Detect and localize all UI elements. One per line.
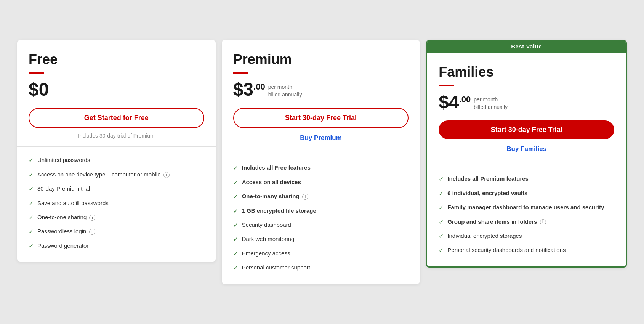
plan-divider-free bbox=[29, 72, 44, 74]
feature-text-premium-5: Dark web monitoring bbox=[242, 235, 409, 243]
feature-text-premium-3: 1 GB encrypted file storage bbox=[242, 207, 409, 215]
plan-name-families: Families bbox=[439, 64, 614, 80]
check-icon-premium-6: ✓ bbox=[233, 250, 238, 258]
feature-item-premium-1: ✓Access on all devices bbox=[233, 178, 409, 187]
info-icon-free-4[interactable]: i bbox=[89, 215, 95, 221]
feature-item-premium-0: ✓Includes all Free features bbox=[233, 164, 409, 172]
feature-item-free-6: ✓Password generator bbox=[29, 242, 204, 250]
cta-secondary-families[interactable]: Buy Families bbox=[439, 144, 614, 154]
check-icon-families-1: ✓ bbox=[439, 189, 444, 198]
feature-item-premium-5: ✓Dark web monitoring bbox=[233, 235, 409, 244]
feature-item-free-1: ✓Access on one device type – computer or… bbox=[29, 170, 204, 179]
check-icon-free-6: ✓ bbox=[29, 242, 34, 250]
info-icon-free-1[interactable]: i bbox=[163, 172, 170, 178]
info-icon-families-3[interactable]: i bbox=[540, 219, 546, 225]
trial-note-free: Includes 30-day trial of Premium bbox=[29, 133, 204, 139]
check-icon-premium-0: ✓ bbox=[233, 164, 238, 172]
feature-item-families-1: ✓6 individual, encrypted vaults bbox=[439, 189, 614, 198]
feature-text-premium-4: Security dashboard bbox=[242, 221, 409, 229]
pricing-container: Free$0Get Started for FreeIncludes 30-da… bbox=[17, 40, 627, 284]
feature-item-families-5: ✓Personal security dashboards and notifi… bbox=[439, 246, 614, 255]
plan-price-row-premium: $3.00per monthbilled annually bbox=[233, 80, 409, 99]
check-icon-premium-2: ✓ bbox=[233, 192, 238, 201]
plan-name-premium: Premium bbox=[233, 51, 409, 67]
price-main-premium: $3.00 bbox=[233, 80, 265, 99]
price-dollar-free: $0 bbox=[29, 80, 49, 99]
feature-text-free-0: Unlimited passwords bbox=[37, 156, 204, 164]
feature-text-premium-7: Personal customer support bbox=[242, 263, 409, 271]
check-icon-free-4: ✓ bbox=[29, 213, 34, 222]
feature-text-premium-1: Access on all devices bbox=[242, 178, 409, 186]
check-icon-premium-7: ✓ bbox=[233, 264, 238, 272]
check-icon-premium-1: ✓ bbox=[233, 178, 238, 187]
feature-text-free-1: Access on one device type – computer or … bbox=[37, 170, 204, 178]
plan-header-premium: Premium$3.00per monthbilled annuallyStar… bbox=[222, 40, 420, 154]
feature-item-families-3: ✓Group and share items in folders i bbox=[439, 218, 614, 226]
feature-item-premium-4: ✓Security dashboard bbox=[233, 221, 409, 229]
feature-item-free-2: ✓30-day Premium trial bbox=[29, 184, 204, 193]
feature-item-premium-6: ✓Emergency access bbox=[233, 249, 409, 258]
price-billed-premium: billed annually bbox=[268, 91, 302, 99]
check-icon-families-2: ✓ bbox=[439, 204, 444, 212]
feature-text-families-3: Group and share items in folders i bbox=[447, 218, 614, 226]
check-icon-premium-4: ✓ bbox=[233, 221, 238, 229]
price-main-free: $0 bbox=[29, 80, 49, 99]
check-icon-families-3: ✓ bbox=[439, 218, 444, 226]
price-cents-families: .00 bbox=[459, 95, 471, 104]
price-per-month-families: per month bbox=[474, 96, 508, 104]
check-icon-families-0: ✓ bbox=[439, 175, 444, 183]
plan-header-families: Families$4.00per monthbilled annuallySta… bbox=[427, 53, 626, 165]
feature-item-free-4: ✓One-to-one sharing i bbox=[29, 213, 204, 222]
feature-text-premium-0: Includes all Free features bbox=[242, 164, 409, 172]
check-icon-families-5: ✓ bbox=[439, 246, 444, 255]
plan-divider-families bbox=[439, 85, 454, 86]
feature-item-premium-7: ✓Personal customer support bbox=[233, 263, 409, 272]
plan-divider-premium bbox=[233, 72, 248, 74]
price-billing-families: per monthbilled annually bbox=[474, 96, 508, 111]
plan-card-families: Best ValueFamilies$4.00per monthbilled a… bbox=[426, 40, 627, 267]
plan-header-free: Free$0Get Started for FreeIncludes 30-da… bbox=[17, 40, 216, 146]
feature-text-families-2: Family manager dashboard to manage users… bbox=[447, 203, 614, 211]
info-icon-premium-2[interactable]: i bbox=[302, 194, 308, 200]
cta-primary-premium[interactable]: Start 30-day Free Trial bbox=[233, 108, 409, 128]
price-main-families: $4.00 bbox=[439, 93, 471, 111]
price-billed-families: billed annually bbox=[474, 104, 508, 111]
price-per-month-premium: per month bbox=[268, 83, 302, 91]
feature-text-free-3: Save and autofill passwords bbox=[37, 199, 204, 207]
price-dollar-families: $4 bbox=[439, 93, 459, 111]
best-value-banner: Best Value bbox=[427, 40, 626, 53]
feature-item-families-2: ✓Family manager dashboard to manage user… bbox=[439, 203, 614, 212]
feature-text-families-4: Individual encrypted storages bbox=[447, 232, 614, 240]
feature-text-premium-6: Emergency access bbox=[242, 249, 409, 257]
feature-item-premium-2: ✓One-to-many sharing i bbox=[233, 192, 409, 201]
check-icon-premium-5: ✓ bbox=[233, 235, 238, 244]
cta-primary-families[interactable]: Start 30-day Free Trial bbox=[439, 120, 614, 139]
plan-card-premium: Premium$3.00per monthbilled annuallyStar… bbox=[222, 40, 420, 284]
check-icon-free-1: ✓ bbox=[29, 171, 34, 179]
feature-text-families-5: Personal security dashboards and notific… bbox=[447, 246, 614, 254]
feature-text-families-0: Includes all Premium features bbox=[447, 175, 614, 183]
feature-text-premium-2: One-to-many sharing i bbox=[242, 192, 409, 200]
plan-features-families: ✓Includes all Premium features✓6 individ… bbox=[427, 165, 626, 266]
plan-price-row-families: $4.00per monthbilled annually bbox=[439, 93, 614, 111]
info-icon-free-5[interactable]: i bbox=[89, 229, 95, 235]
check-icon-families-4: ✓ bbox=[439, 232, 444, 241]
feature-item-free-5: ✓Passwordless login i bbox=[29, 227, 204, 236]
feature-text-free-6: Password generator bbox=[37, 242, 204, 250]
feature-text-free-5: Passwordless login i bbox=[37, 227, 204, 235]
plan-name-free: Free bbox=[29, 51, 204, 67]
feature-text-free-2: 30-day Premium trial bbox=[37, 184, 204, 192]
price-cents-premium: .00 bbox=[253, 82, 265, 92]
plan-price-row-free: $0 bbox=[29, 80, 204, 99]
plan-features-premium: ✓Includes all Free features✓Access on al… bbox=[222, 154, 420, 284]
check-icon-free-0: ✓ bbox=[29, 156, 34, 165]
feature-item-free-3: ✓Save and autofill passwords bbox=[29, 199, 204, 208]
feature-item-premium-3: ✓1 GB encrypted file storage bbox=[233, 207, 409, 215]
plan-card-free: Free$0Get Started for FreeIncludes 30-da… bbox=[17, 40, 216, 262]
feature-item-families-4: ✓Individual encrypted storages bbox=[439, 232, 614, 241]
check-icon-premium-3: ✓ bbox=[233, 207, 238, 215]
cta-primary-free[interactable]: Get Started for Free bbox=[29, 108, 204, 128]
price-dollar-premium: $3 bbox=[233, 80, 253, 99]
feature-item-free-0: ✓Unlimited passwords bbox=[29, 156, 204, 165]
cta-secondary-premium[interactable]: Buy Premium bbox=[233, 133, 409, 143]
